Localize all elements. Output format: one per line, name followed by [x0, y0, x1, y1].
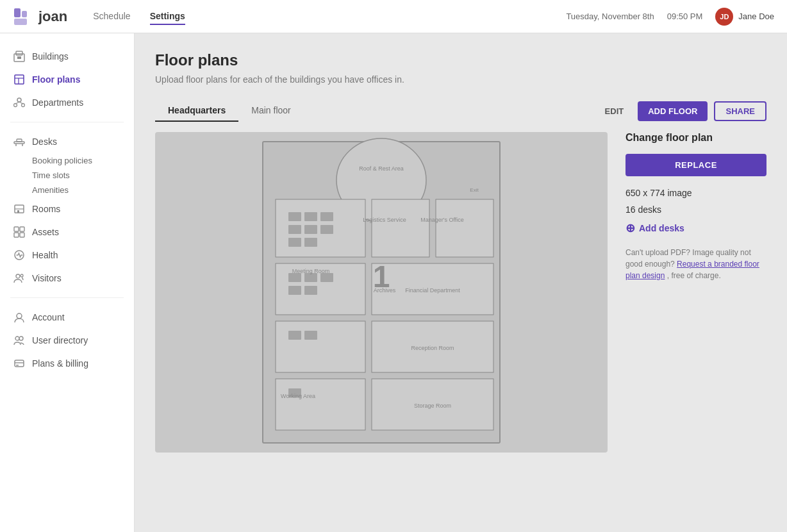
- svg-text:Logistics Service: Logistics Service: [363, 217, 406, 223]
- svg-rect-24: [14, 233, 19, 237]
- svg-rect-56: [320, 273, 333, 282]
- logo-icon: [13, 6, 35, 28]
- sidebar-label-health: Health: [32, 250, 58, 260]
- floor-number: 1: [373, 259, 390, 294]
- nav-schedule[interactable]: Schedule: [93, 8, 130, 25]
- svg-rect-59: [288, 331, 301, 340]
- sidebar-item-plans-billing[interactable]: Plans & billing: [0, 352, 134, 375]
- logo-text: joan: [38, 8, 67, 25]
- svg-rect-54: [288, 273, 301, 282]
- toolbar-actions: EDIT ADD FLOOR SHARE: [597, 101, 766, 121]
- svg-point-10: [17, 98, 21, 102]
- sidebar-section-1: Buildings Floor plans Departments: [0, 45, 134, 114]
- add-desks-button[interactable]: ⊕ Add desks: [625, 221, 766, 235]
- panel-title: Change floor plan: [625, 132, 766, 144]
- svg-rect-18: [17, 139, 22, 142]
- sidebar-sub-time-slots[interactable]: Time slots: [32, 168, 134, 183]
- svg-line-14: [19, 102, 23, 104]
- svg-point-30: [15, 337, 19, 340]
- edit-button[interactable]: EDIT: [597, 103, 632, 120]
- svg-text:Meeting Room: Meeting Room: [292, 268, 330, 274]
- main-content: Floor plans Upload floor plans for each …: [135, 33, 787, 532]
- plans-billing-icon: [13, 357, 26, 370]
- svg-point-11: [14, 104, 17, 107]
- user-info: JD Jane Doe: [715, 8, 774, 26]
- svg-rect-22: [14, 227, 19, 231]
- tab-headquarters[interactable]: Headquarters: [155, 100, 238, 122]
- sidebar-label-desks: Desks: [32, 137, 57, 147]
- sidebar-divider-2: [10, 297, 124, 298]
- rooms-icon: [13, 203, 26, 215]
- add-floor-button[interactable]: ADD FLOOR: [638, 101, 708, 121]
- svg-rect-51: [320, 225, 333, 234]
- svg-rect-21: [17, 210, 19, 213]
- sidebar-sub-booking-policies[interactable]: Booking policies: [32, 153, 134, 168]
- svg-rect-44: [276, 379, 365, 430]
- svg-rect-2: [14, 19, 27, 25]
- sidebar-label-account: Account: [32, 312, 65, 322]
- svg-rect-32: [15, 360, 24, 367]
- sidebar-item-user-directory[interactable]: User directory: [0, 329, 134, 352]
- svg-rect-46: [288, 212, 301, 221]
- svg-point-29: [17, 313, 22, 319]
- logo: joan: [13, 6, 67, 28]
- replace-button[interactable]: REPLACE: [625, 154, 766, 176]
- svg-text:Exit: Exit: [470, 187, 479, 193]
- sidebar-item-assets[interactable]: Assets: [0, 220, 134, 244]
- svg-rect-4: [16, 51, 22, 55]
- svg-rect-38: [372, 199, 429, 257]
- sidebar-item-desks[interactable]: Desks: [0, 130, 134, 153]
- svg-rect-6: [19, 56, 21, 59]
- buildings-icon: [13, 50, 26, 63]
- sidebar-item-visitors[interactable]: Visitors: [0, 267, 134, 290]
- floor-area: Logistics Service Archives Manager's Off…: [155, 132, 766, 453]
- svg-rect-50: [304, 225, 317, 234]
- topnav-date: Tuesday, November 8th: [566, 12, 654, 21]
- page-subtitle: Upload floor plans for each of the build…: [155, 74, 766, 85]
- tab-main-floor[interactable]: Main floor: [238, 100, 303, 122]
- svg-line-13: [15, 102, 19, 104]
- add-desks-label: Add desks: [639, 223, 684, 233]
- account-icon: [13, 311, 26, 324]
- sidebar-item-health[interactable]: Health: [0, 244, 134, 267]
- topnav: joan Schedule Settings Tuesday, November…: [0, 0, 787, 33]
- page-title: Floor plans: [155, 51, 766, 69]
- assets-icon: [13, 226, 26, 238]
- sidebar-desks-subitems: Booking policies Time slots Amenities: [0, 153, 134, 197]
- sidebar-item-account[interactable]: Account: [0, 306, 134, 329]
- svg-rect-58: [304, 286, 317, 295]
- sidebar: Buildings Floor plans Departments: [0, 33, 135, 532]
- sidebar-section-3: Account User directory Plans & billing: [0, 306, 134, 375]
- svg-rect-52: [288, 238, 301, 247]
- sidebar-label-buildings: Buildings: [32, 51, 69, 62]
- sidebar-item-rooms[interactable]: Rooms: [0, 197, 134, 220]
- share-button[interactable]: SHARE: [714, 101, 766, 121]
- svg-text:Working Area: Working Area: [281, 393, 315, 399]
- sidebar-section-2: Desks Booking policies Time slots Amenit…: [0, 130, 134, 290]
- svg-text:Roof & Rest Area: Roof & Rest Area: [359, 165, 404, 172]
- user-directory-icon: [13, 334, 26, 347]
- departments-icon: [13, 96, 26, 109]
- svg-rect-47: [304, 212, 317, 221]
- svg-rect-7: [15, 75, 24, 84]
- sidebar-sub-amenities[interactable]: Amenities: [32, 183, 134, 197]
- visitors-icon: [13, 272, 26, 285]
- svg-rect-53: [304, 238, 317, 247]
- svg-point-28: [21, 274, 23, 277]
- panel-note-suffix: , free of charge.: [667, 271, 721, 280]
- sidebar-item-departments[interactable]: Departments: [0, 91, 134, 114]
- sidebar-item-buildings[interactable]: Buildings: [0, 45, 134, 68]
- avatar: JD: [715, 8, 733, 26]
- svg-text:Storage Room: Storage Room: [414, 403, 451, 409]
- sidebar-item-floor-plans[interactable]: Floor plans: [0, 68, 134, 91]
- main-layout: Buildings Floor plans Departments: [0, 33, 787, 532]
- svg-rect-39: [436, 199, 493, 257]
- sidebar-label-floor-plans: Floor plans: [32, 74, 80, 85]
- svg-rect-55: [304, 273, 317, 282]
- svg-text:Manager's Office: Manager's Office: [420, 217, 464, 223]
- nav-settings[interactable]: Settings: [150, 8, 185, 25]
- image-size: 650 x 774 image: [625, 188, 766, 198]
- add-circle-icon: ⊕: [625, 221, 635, 235]
- desks-icon: [13, 135, 26, 148]
- tabs-toolbar: Headquarters Main floor EDIT ADD FLOOR S…: [155, 100, 766, 122]
